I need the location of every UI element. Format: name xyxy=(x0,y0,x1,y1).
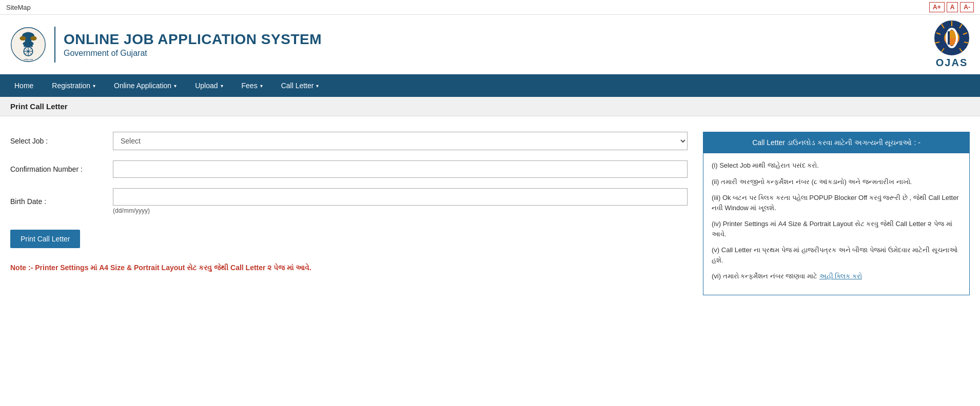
page-title: Print Call Letter xyxy=(10,102,970,111)
header-text: ONLINE JOB APPLICATION SYSTEM Government… xyxy=(64,31,322,58)
confirmation-number-wrapper xyxy=(113,160,688,178)
birth-date-wrapper: (dd/mm/yyyy) xyxy=(113,188,688,214)
select-job-dropdown[interactable]: Select xyxy=(113,132,688,150)
site-title: ONLINE JOB APPLICATION SYSTEM xyxy=(64,31,322,48)
navigation: Home Registration ▾ Online Application ▾… xyxy=(0,74,980,97)
birth-date-input[interactable] xyxy=(113,188,688,206)
ojas-logo: OJAS xyxy=(934,20,970,69)
header-divider xyxy=(54,27,55,63)
chevron-down-icon: ▾ xyxy=(260,83,263,89)
chevron-down-icon: ▾ xyxy=(93,83,95,89)
header: सत्यमेव जयते ONLINE JOB APPLICATION SYST… xyxy=(0,15,980,74)
info-item-1: (i) Select Job માથી જાહેરાત પસંદ કરો. xyxy=(712,160,961,171)
font-decrease-button[interactable]: A- xyxy=(960,2,974,12)
svg-text:सत्यमेव जयते: सत्यमेव जयते xyxy=(23,58,33,60)
sitemap-link[interactable]: SiteMap xyxy=(6,4,31,11)
svg-point-5 xyxy=(19,36,26,40)
info-box: Call Letter ડાઉનલોડ કરવા માટેની અગત્યની … xyxy=(703,132,970,295)
site-subtitle: Government of Gujarat xyxy=(64,49,322,58)
font-normal-button[interactable]: A xyxy=(947,2,958,12)
nav-fees[interactable]: Fees ▾ xyxy=(232,74,272,97)
page-title-bar: Print Call Letter xyxy=(0,97,980,116)
info-item-5: (v) Call Letter ના પ્રથમ પેજ માં હાજરીપત… xyxy=(712,245,961,265)
confirmation-link[interactable]: અહી ક્લિક કરો xyxy=(819,272,862,280)
nav-online-application[interactable]: Online Application ▾ xyxy=(105,74,186,97)
top-bar: SiteMap A+ A A- xyxy=(0,0,980,15)
select-job-row: Select Job : Select xyxy=(10,132,688,150)
info-item-3: (iii) Ok બટન પર ક્લિક કરતા પહેલા POPUP B… xyxy=(712,193,961,213)
confirmation-number-row: Confirmation Number : xyxy=(10,160,688,178)
birth-date-hint: (dd/mm/yyyy) xyxy=(113,207,688,214)
header-left: सत्यमेव जयते ONLINE JOB APPLICATION SYST… xyxy=(10,27,322,63)
font-size-controls: A+ A A- xyxy=(929,2,974,12)
emblem-icon: सत्यमेव जयते xyxy=(10,27,46,63)
birth-date-label: Birth Date : xyxy=(10,197,113,206)
nav-home[interactable]: Home xyxy=(5,74,43,97)
confirmation-number-input[interactable] xyxy=(113,160,688,178)
chevron-down-icon: ▾ xyxy=(174,83,177,89)
print-call-letter-button[interactable]: Print Call Letter xyxy=(10,230,80,248)
select-job-wrapper: Select xyxy=(113,132,688,150)
confirmation-number-label: Confirmation Number : xyxy=(10,165,113,173)
nav-call-letter[interactable]: Call Letter ▾ xyxy=(272,74,328,97)
font-increase-button[interactable]: A+ xyxy=(929,2,945,12)
info-box-header: Call Letter ડાઉનલોડ કરવા માટેની અગત્યની … xyxy=(703,132,969,153)
svg-point-6 xyxy=(30,36,36,40)
content-area: Select Job : Select Confirmation Number … xyxy=(0,116,980,311)
info-item-6: (vi) તમારો કન્ફર્મેશન નંબર જાણવા માટે અહ… xyxy=(712,271,961,281)
info-item-4: (iv) Printer Settings માં A4 Size & Port… xyxy=(712,219,961,239)
note-text: Note :- Printer Settings માં A4 Size & P… xyxy=(10,263,688,272)
form-section: Select Job : Select Confirmation Number … xyxy=(10,132,688,272)
nav-registration[interactable]: Registration ▾ xyxy=(43,74,105,97)
birth-date-row: Birth Date : (dd/mm/yyyy) xyxy=(10,188,688,214)
ojas-icon xyxy=(934,20,970,56)
select-job-label: Select Job : xyxy=(10,137,113,145)
info-item-2: (ii) તમારી અરજીનો કન્ફર્મેશન નંબર (૮ આંક… xyxy=(712,177,961,187)
chevron-down-icon: ▾ xyxy=(221,83,223,89)
nav-upload[interactable]: Upload ▾ xyxy=(186,74,232,97)
svg-rect-25 xyxy=(948,31,950,45)
chevron-down-icon: ▾ xyxy=(316,83,319,89)
info-box-body: (i) Select Job માથી જાહેરાત પસંદ કરો. (i… xyxy=(703,153,969,295)
ojas-text: OJAS xyxy=(936,57,968,69)
